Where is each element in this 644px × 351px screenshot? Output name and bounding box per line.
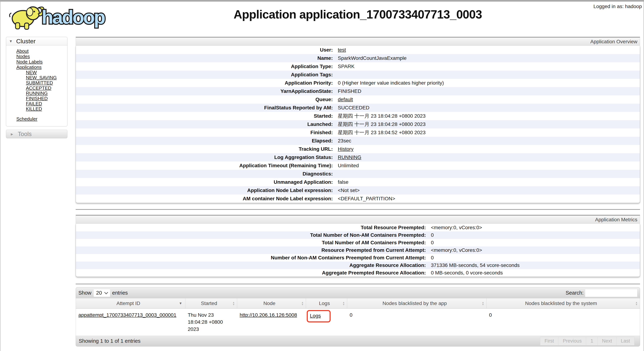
sidebar-item-new-saving[interactable]: NEW_SAVING [26,75,67,80]
column-header-node[interactable]: Node ▲▼ [237,298,306,309]
attempts-table: Attempt ID ▼ Started ▲▼ Node ▲▼ Logs ▲▼ [76,298,640,336]
column-header-started[interactable]: Started ▲▼ [185,298,237,309]
table-info-bar: Showing 1 to 1 of 1 entries First Previo… [76,336,640,347]
table-row: Log Aggregation Status:RUNNING [76,153,640,161]
sidebar-item-killed[interactable]: KILLED [26,106,67,112]
table-row: Aggregate Preempted Resource Allocation:… [76,269,640,277]
sort-both-icon: ▲▼ [342,301,345,306]
table-row: YarnApplicationState:FINISHED [76,87,640,95]
table-row: Total Resource Preempted:<memory:0, vCor… [76,224,640,231]
sidebar: ▾ Cluster About Nodes Node Labels Applic… [6,37,68,138]
sidebar-item-applications[interactable]: Applications [16,64,67,70]
red-highlight-box: Logs [307,310,331,323]
sort-both-icon: ▲▼ [482,301,484,306]
entries-label: entries [112,290,128,296]
logged-in-as: Logged in as: hadoop [594,3,642,9]
table-row: FinalStatus Reported by AM:SUCCEEDED [76,104,640,112]
application-overview-header: Application Overview [76,37,640,46]
search-input[interactable] [585,289,637,297]
sidebar-item-scheduler[interactable]: Scheduler [16,116,67,122]
window-frame-left [0,1,0,351]
sidebar-item-failed[interactable]: FAILED [26,101,67,106]
main-content: Application Overview User:test Name:Spar… [76,37,640,347]
sidebar-item-submitted[interactable]: SUBMITTED [26,80,67,85]
application-metrics-section: Application Metrics Total Resource Preem… [76,215,640,277]
application-metrics-table: Total Resource Preempted:<memory:0, vCor… [76,224,640,277]
search-label: Search: [566,290,584,296]
table-row: Tracking URL:History [76,145,640,153]
table-row: Aggregate Resource Allocation:371336 MB-… [76,262,640,269]
cluster-label: Cluster [16,38,36,45]
sidebar-item-finished[interactable]: FINISHED [26,96,67,101]
tools-label: Tools [18,131,32,137]
pagination-last-button[interactable]: Last [616,337,634,346]
node-link[interactable]: http://10.206.16.126:5008 [240,312,297,318]
blacklisted-app-cell: 0 [347,309,486,336]
table-row: Unmanaged Application:false [76,178,640,186]
table-row: Application Timeout (Remaining Time):Unl… [76,161,640,170]
pagination-previous-button[interactable]: Previous [558,337,586,346]
table-row: Application Priority:0 (Higher Integer v… [76,79,640,87]
table-length-bar: Show 20 entries Search: [76,287,640,298]
pagination: First Previous 1 Next Last [540,337,634,346]
chevron-down-icon [104,291,108,294]
user-link[interactable]: test [338,47,346,53]
sort-desc-icon: ▼ [179,302,182,305]
logs-link[interactable]: Logs [310,313,321,319]
sidebar-item-accepted[interactable]: ACCEPTED [26,85,67,91]
sort-both-icon: ▲▼ [232,301,235,306]
sidebar-tools-header[interactable]: ▸ Tools [6,130,68,138]
section-divider [76,209,640,210]
sidebar-item-new[interactable]: NEW [26,70,67,75]
table-row: Diagnostics: [76,170,640,178]
log-aggregation-status-link[interactable]: RUNNING [338,154,361,160]
sidebar-item-running[interactable]: RUNNING [26,91,67,96]
table-row: Total Number of AM Containers Preempted:… [76,239,640,247]
table-row: Elapsed:23sec [76,137,640,145]
hadoop-elephant-icon [10,7,44,29]
column-header-blacklisted-system[interactable]: Nodes blacklisted by the system ▲▼ [486,298,640,309]
attempt-id-link[interactable]: appattempt_1700733407713_0003_000001 [78,312,176,318]
show-label: Show [78,290,92,296]
collapse-arrow-icon: ▾ [10,39,12,44]
attempt-started-cell: Thu Nov 23 18:04:28 +0800 2023 [185,309,237,336]
table-row: AM container Node Label expression:<DEFA… [76,195,640,203]
expand-arrow-icon: ▸ [11,131,13,137]
sort-both-icon: ▲▼ [635,301,638,306]
table-row: Total Number of Non-AM Containers Preemp… [76,231,640,239]
pagination-next-button[interactable]: Next [598,337,616,346]
sidebar-cluster-header[interactable]: ▾ Cluster [6,37,67,45]
pagination-first-button[interactable]: First [540,337,558,346]
application-overview-section: Application Overview User:test Name:Spar… [76,37,640,203]
blacklisted-system-cell: 0 [486,309,640,336]
table-row: Resource Preempted from Current Attempt:… [76,247,640,254]
application-overview-table: User:test Name:SparkWordCountJavaExample… [76,46,640,203]
show-entries-select[interactable]: 20 [94,289,110,297]
column-header-logs[interactable]: Logs ▲▼ [306,298,347,309]
pagination-page-button[interactable]: 1 [586,337,598,346]
table-row: User:test [76,46,640,54]
column-header-attempt-id[interactable]: Attempt ID ▼ [76,298,185,309]
attempts-table-section: Show 20 entries Search: Attempt ID ▼ [76,287,640,347]
table-row: Application Type:SPARK [76,62,640,71]
showing-entries-text: Showing 1 to 1 of 1 entries [79,338,140,344]
table-row: Queue:default [76,95,640,104]
sidebar-item-about[interactable]: About [16,48,67,54]
sidebar-item-node-labels[interactable]: Node Labels [16,59,67,64]
table-row: Started:星期四 十一月 23 18:04:28 +0800 2023 [76,112,640,120]
queue-link[interactable]: default [338,97,353,102]
table-row: Name:SparkWordCountJavaExample [76,54,640,62]
column-header-blacklisted-app[interactable]: Nodes blacklisted by the app ▲▼ [347,298,486,309]
sort-both-icon: ▲▼ [301,301,304,306]
page-title: Application application_1700733407713_00… [76,7,640,21]
window-frame-top [0,0,644,1]
table-row: Application Node Label expression:<Not s… [76,186,640,195]
sidebar-cluster-box: ▾ Cluster About Nodes Node Labels Applic… [6,37,68,126]
tracking-url-history-link[interactable]: History [338,146,354,152]
section-divider [76,284,640,284]
table-row: Number of Non-AM Containers Preempted fr… [76,254,640,262]
sidebar-item-nodes[interactable]: Nodes [16,54,67,59]
table-row: Launched:星期四 十一月 23 18:04:28 +0800 2023 [76,120,640,128]
application-metrics-header: Application Metrics [76,215,640,224]
table-row: Finished:星期四 十一月 23 18:04:52 +0800 2023 [76,128,640,137]
